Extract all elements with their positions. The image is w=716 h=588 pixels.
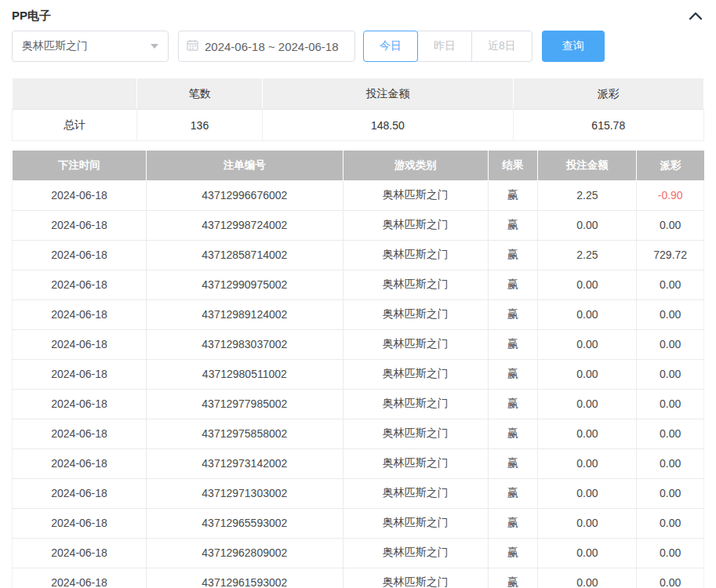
cell-game-type: 奥林匹斯之门 <box>343 210 488 240</box>
bet-records-panel: PP电子 奥林匹斯之门 <box>0 0 716 588</box>
cell-bet-time: 2024-06-18 <box>13 180 147 210</box>
summary-table: 笔数投注金额派彩 总计136148.50615.78 <box>12 78 704 141</box>
column-header: 游戏类别 <box>343 151 488 180</box>
summary-header-cell <box>13 78 137 110</box>
table-row: 2024-06-1843712971303002奥林匹斯之门赢0.000.00 <box>13 478 704 508</box>
cell-payout: 729.72 <box>637 240 704 270</box>
cell-result: 赢 <box>488 538 538 568</box>
cell-bet-id: 43712980511002 <box>147 359 343 389</box>
table-row: 2024-06-1843712998724002奥林匹斯之门赢0.000.00 <box>13 210 704 240</box>
cell-result: 赢 <box>488 210 538 240</box>
game-select[interactable]: 奥林匹斯之门 <box>12 31 169 62</box>
cell-payout: 0.00 <box>637 568 704 588</box>
cell-bet-amount: 0.00 <box>538 329 637 359</box>
cell-payout: 0.00 <box>637 329 704 359</box>
date-range-input[interactable]: 2024-06-18 ~ 2024-06-18 <box>178 31 355 62</box>
summary-cell: 615.78 <box>513 110 703 141</box>
column-header: 下注时间 <box>13 151 147 180</box>
cell-bet-id: 43712965593002 <box>147 508 343 538</box>
table-row: 2024-06-1843712858714002奥林匹斯之门赢2.25729.7… <box>13 240 704 270</box>
cell-bet-id: 43712973142002 <box>147 448 343 478</box>
cell-bet-amount: 0.00 <box>538 419 637 448</box>
cell-bet-time: 2024-06-18 <box>13 419 147 448</box>
cell-payout: 0.00 <box>637 210 704 240</box>
table-row: 2024-06-1843712962809002奥林匹斯之门赢0.000.00 <box>13 538 704 568</box>
cell-bet-amount: 0.00 <box>538 299 637 329</box>
column-header: 结果 <box>488 151 538 180</box>
summary-cell: 148.50 <box>263 110 513 141</box>
filter-bar: 奥林匹斯之门 2024-06-18 ~ 2024-06-18 <box>12 31 704 62</box>
collapse-button[interactable] <box>687 7 704 24</box>
cell-payout: 0.00 <box>637 538 704 568</box>
today-button[interactable]: 今日 <box>363 31 418 62</box>
cell-bet-time: 2024-06-18 <box>13 448 147 478</box>
cell-game-type: 奥林匹斯之门 <box>343 270 488 299</box>
quick-range-group: 今日 昨日 近8日 <box>363 31 532 62</box>
cell-bet-time: 2024-06-18 <box>13 329 147 359</box>
cell-payout: 0.00 <box>637 508 704 538</box>
cell-bet-time: 2024-06-18 <box>13 270 147 299</box>
summary-header-cell: 笔数 <box>136 78 263 110</box>
table-header-row: 下注时间注单编号游戏类别结果投注金额派彩 <box>13 151 704 180</box>
caret-down-icon <box>151 44 158 49</box>
calendar-icon <box>187 39 198 54</box>
cell-bet-id: 43712977985002 <box>147 389 343 419</box>
cell-game-type: 奥林匹斯之门 <box>343 359 488 389</box>
last-8-days-button[interactable]: 近8日 <box>471 31 532 62</box>
yesterday-button[interactable]: 昨日 <box>417 31 472 62</box>
cell-bet-id: 43712962809002 <box>147 538 343 568</box>
cell-result: 赢 <box>488 359 538 389</box>
cell-payout: 0.00 <box>637 299 704 329</box>
cell-result: 赢 <box>488 240 538 270</box>
table-row: 2024-06-1843712965593002奥林匹斯之门赢0.000.00 <box>13 508 704 538</box>
cell-bet-id: 43712858714002 <box>147 240 343 270</box>
cell-result: 赢 <box>488 180 538 210</box>
summary-header-cell: 派彩 <box>513 78 703 110</box>
cell-bet-amount: 0.00 <box>538 270 637 299</box>
cell-bet-amount: 2.25 <box>538 240 637 270</box>
cell-bet-time: 2024-06-18 <box>13 210 147 240</box>
cell-payout: 0.00 <box>637 389 704 419</box>
cell-bet-time: 2024-06-18 <box>13 299 147 329</box>
summary-header-row: 笔数投注金额派彩 <box>13 78 704 110</box>
cell-result: 赢 <box>488 299 538 329</box>
cell-game-type: 奥林匹斯之门 <box>343 180 488 210</box>
cell-game-type: 奥林匹斯之门 <box>343 508 488 538</box>
cell-bet-time: 2024-06-18 <box>13 389 147 419</box>
cell-bet-amount: 0.00 <box>538 538 637 568</box>
column-header: 投注金额 <box>538 151 637 180</box>
cell-bet-time: 2024-06-18 <box>13 240 147 270</box>
bet-records-table: 下注时间注单编号游戏类别结果投注金额派彩 2024-06-18437129966… <box>12 151 704 588</box>
table-row: 2024-06-1843712983037002奥林匹斯之门赢0.000.00 <box>13 329 704 359</box>
cell-bet-id: 43712961593002 <box>147 568 343 588</box>
summary-cell: 136 <box>136 110 263 141</box>
cell-payout: 0.00 <box>637 448 704 478</box>
cell-bet-id: 43712996676002 <box>147 180 343 210</box>
query-button[interactable]: 查询 <box>542 31 605 62</box>
cell-bet-id: 43712971303002 <box>147 478 343 508</box>
cell-game-type: 奥林匹斯之门 <box>343 538 488 568</box>
cell-payout: 0.00 <box>637 359 704 389</box>
cell-bet-id: 43712998724002 <box>147 210 343 240</box>
cell-bet-id: 43712975858002 <box>147 419 343 448</box>
cell-game-type: 奥林匹斯之门 <box>343 329 488 359</box>
cell-bet-id: 43712989124002 <box>147 299 343 329</box>
panel-header: PP电子 <box>12 0 704 25</box>
table-row: 2024-06-1843712989124002奥林匹斯之门赢0.000.00 <box>13 299 704 329</box>
game-select-value: 奥林匹斯之门 <box>22 39 88 53</box>
cell-bet-amount: 2.25 <box>538 180 637 210</box>
cell-game-type: 奥林匹斯之门 <box>343 299 488 329</box>
cell-result: 赢 <box>488 448 538 478</box>
chevron-up-icon <box>689 10 702 22</box>
cell-bet-amount: 0.00 <box>538 568 637 588</box>
cell-payout: 0.00 <box>637 270 704 299</box>
cell-bet-time: 2024-06-18 <box>13 568 147 588</box>
cell-result: 赢 <box>488 419 538 448</box>
date-range-value: 2024-06-18 ~ 2024-06-18 <box>205 40 339 53</box>
cell-result: 赢 <box>488 568 538 588</box>
cell-bet-id: 43712983037002 <box>147 329 343 359</box>
cell-bet-amount: 0.00 <box>538 389 637 419</box>
cell-bet-amount: 0.00 <box>538 210 637 240</box>
column-header: 注单编号 <box>147 151 343 180</box>
table-row: 2024-06-1843712990975002奥林匹斯之门赢0.000.00 <box>13 270 704 299</box>
